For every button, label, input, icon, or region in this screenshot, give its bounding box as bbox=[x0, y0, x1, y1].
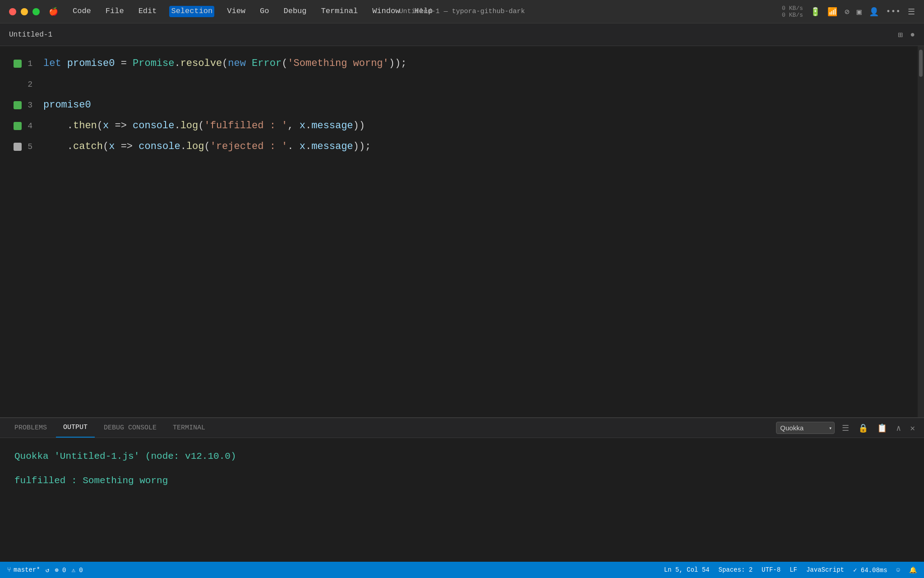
code-editor[interactable]: 1 let promise0 = Promise.resolve(new Err… bbox=[0, 46, 918, 417]
vscode-window: Untitled-1 ⊞ ● 1 let promise0 = Promise.… bbox=[0, 23, 924, 578]
statusbar: ⑂ master* ↺ ⊗ 0 ⚠ 0 Ln 5, Col 54 Spaces:… bbox=[0, 562, 924, 578]
panel-actions: Quokka ☰ 🔒 📋 ∧ ✕ bbox=[776, 421, 917, 435]
tab-actions: ⊞ ● bbox=[898, 30, 915, 40]
output-content: Quokka 'Untitled-1.js' (node: v12.10.0) … bbox=[0, 438, 924, 562]
list-icon: ☰ bbox=[908, 7, 915, 17]
gutter-2 bbox=[0, 80, 25, 89]
profile-icon: 👤 bbox=[869, 7, 879, 17]
code-line-1: 1 let promise0 = Promise.resolve(new Err… bbox=[0, 53, 918, 74]
output-source-select-wrap: Quokka bbox=[776, 422, 835, 434]
copy-icon[interactable]: 📋 bbox=[875, 421, 889, 435]
code-text-1: let promise0 = Promise.resolve(new Error… bbox=[43, 53, 407, 74]
gutter-5 bbox=[0, 143, 25, 151]
tab-problems[interactable]: PROBLEMS bbox=[7, 418, 54, 438]
line-number-5: 5 bbox=[25, 136, 43, 157]
bottom-panel: PROBLEMS OUTPUT DEBUG CONSOLE TERMINAL Q… bbox=[0, 417, 924, 562]
breakpoint-1[interactable] bbox=[14, 60, 22, 68]
menu-view[interactable]: View bbox=[225, 6, 247, 17]
tab-output[interactable]: OUTPUT bbox=[56, 418, 95, 438]
code-line-5: 5 .catch(x => console.log('rejected : '.… bbox=[0, 136, 918, 157]
menu-apple[interactable]: 🍎 bbox=[47, 6, 60, 17]
code-line-4: 4 .then(x => console.log('fulfilled : ',… bbox=[0, 116, 918, 136]
titlebar: 🍎 Code File Edit Selection View Go Debug… bbox=[0, 0, 924, 23]
menu-edit[interactable]: Edit bbox=[137, 6, 159, 17]
tab-debug-console[interactable]: DEBUG CONSOLE bbox=[97, 418, 164, 438]
window-title: Untitled-1 — typora-github-dark bbox=[399, 8, 525, 15]
indentation[interactable]: Spaces: 2 bbox=[718, 566, 753, 573]
code-line-2: 2 bbox=[0, 74, 918, 95]
breakpoint-4[interactable] bbox=[14, 122, 22, 130]
menu-go[interactable]: Go bbox=[258, 6, 271, 17]
panel-tab-bar: PROBLEMS OUTPUT DEBUG CONSOLE TERMINAL Q… bbox=[0, 418, 924, 438]
chevron-up-icon[interactable]: ∧ bbox=[894, 421, 903, 435]
screen-icon: ▣ bbox=[857, 7, 862, 17]
titlebar-left: 🍎 Code File Edit Selection View Go Debug… bbox=[9, 6, 434, 17]
close-panel-icon[interactable]: ✕ bbox=[908, 421, 917, 435]
encoding[interactable]: UTF-8 bbox=[762, 566, 781, 573]
tab-terminal[interactable]: TERMINAL bbox=[166, 418, 213, 438]
output-source-select[interactable]: Quokka bbox=[776, 422, 835, 434]
code-text-4: .then(x => console.log('fulfilled : ', x… bbox=[43, 116, 365, 136]
gutter-3 bbox=[0, 101, 25, 109]
battery-icon: 🔋 bbox=[810, 7, 820, 17]
warnings-count[interactable]: ⚠ 0 bbox=[71, 566, 83, 574]
line-number-4: 4 bbox=[25, 116, 43, 136]
editor-area[interactable]: 1 let promise0 = Promise.resolve(new Err… bbox=[0, 46, 924, 417]
status-right: Ln 5, Col 54 Spaces: 2 UTF-8 LF JavaScri… bbox=[664, 566, 917, 574]
titlebar-right: 0 KB/s 0 KB/s 🔋 📶 ⊘ ▣ 👤 ••• ☰ bbox=[782, 5, 915, 19]
dot-icon: ● bbox=[910, 30, 915, 39]
line-number-2: 2 bbox=[25, 74, 43, 95]
breakpoint-2 bbox=[14, 80, 22, 89]
gutter-4 bbox=[0, 122, 25, 130]
menu-selection[interactable]: Selection bbox=[169, 6, 214, 17]
traffic-lights bbox=[9, 8, 40, 15]
menu-code[interactable]: Code bbox=[71, 6, 93, 17]
menu-terminal[interactable]: Terminal bbox=[319, 6, 360, 17]
output-line-1: Quokka 'Untitled-1.js' (node: v12.10.0) bbox=[14, 449, 910, 464]
breakpoint-3[interactable] bbox=[14, 101, 22, 109]
wifi-icon: 📶 bbox=[827, 7, 837, 17]
line-number-1: 1 bbox=[25, 53, 43, 74]
menu-debug[interactable]: Debug bbox=[282, 6, 308, 17]
network-stats: 0 KB/s 0 KB/s bbox=[782, 5, 803, 19]
git-icon: ⑂ bbox=[7, 566, 11, 573]
scrollbar-thumb[interactable] bbox=[919, 50, 923, 77]
quokka-status: ✓ 64.08ms bbox=[853, 566, 887, 574]
language-mode[interactable]: JavaScript bbox=[806, 566, 844, 573]
sync-icon[interactable]: ↺ bbox=[46, 566, 49, 574]
branch-name: master* bbox=[14, 566, 40, 573]
git-branch[interactable]: ⑂ master* bbox=[7, 566, 40, 573]
tab-bar: Untitled-1 ⊞ ● bbox=[0, 23, 924, 46]
close-button[interactable] bbox=[9, 8, 16, 15]
minimize-button[interactable] bbox=[21, 8, 28, 15]
code-line-3: 3 promise0 bbox=[0, 95, 918, 116]
do-not-disturb-icon: ⊘ bbox=[845, 7, 850, 17]
cursor-position[interactable]: Ln 5, Col 54 bbox=[664, 566, 710, 573]
more-icon: ••• bbox=[886, 7, 901, 16]
menu-file[interactable]: File bbox=[104, 6, 126, 17]
line-number-3: 3 bbox=[25, 95, 43, 116]
eol[interactable]: LF bbox=[790, 566, 797, 573]
status-left: ⑂ master* ↺ ⊗ 0 ⚠ 0 bbox=[7, 566, 83, 574]
code-text-5: .catch(x => console.log('rejected : '. x… bbox=[43, 136, 371, 157]
editor-scrollbar[interactable] bbox=[918, 46, 924, 417]
lock-icon[interactable]: 🔒 bbox=[856, 421, 870, 435]
split-editor-icon[interactable]: ⊞ bbox=[898, 30, 903, 40]
code-text-3: promise0 bbox=[43, 95, 91, 116]
breakpoint-5[interactable] bbox=[14, 143, 22, 151]
clear-output-icon[interactable]: ☰ bbox=[840, 421, 851, 435]
smiley-icon[interactable]: ☺ bbox=[896, 566, 900, 573]
errors-count[interactable]: ⊗ 0 bbox=[55, 566, 66, 574]
output-line-2: fulfilled : Something worng bbox=[14, 473, 910, 489]
bell-icon[interactable]: 🔔 bbox=[909, 566, 917, 574]
menu-bar: 🍎 Code File Edit Selection View Go Debug… bbox=[47, 6, 434, 17]
gutter-1 bbox=[0, 60, 25, 68]
active-tab-title[interactable]: Untitled-1 bbox=[9, 31, 52, 39]
maximize-button[interactable] bbox=[32, 8, 40, 15]
menu-window[interactable]: Window bbox=[370, 6, 402, 17]
